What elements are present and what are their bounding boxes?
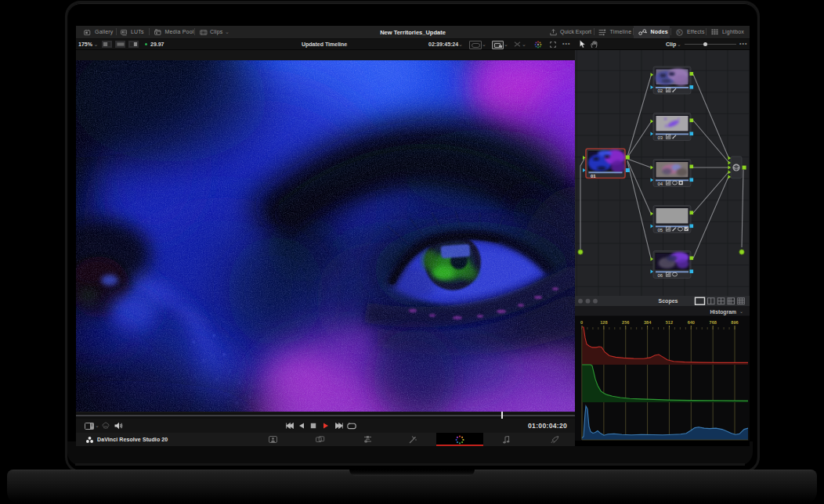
svg-text:02: 02	[658, 88, 663, 93]
svg-text:512: 512	[666, 320, 673, 325]
svg-text:256: 256	[622, 320, 629, 325]
svg-text:128: 128	[600, 320, 607, 325]
svg-text:05: 05	[658, 228, 663, 232]
svg-text:896: 896	[731, 320, 738, 325]
svg-text:01: 01	[591, 174, 596, 178]
svg-text:768: 768	[710, 320, 717, 325]
svg-text:04: 04	[658, 182, 663, 186]
svg-text:fx: fx	[678, 31, 681, 34]
svg-text:06: 06	[658, 273, 663, 278]
svg-text:640: 640	[688, 320, 695, 325]
svg-text:⌄: ⌄	[739, 309, 743, 314]
svg-text:03: 03	[658, 135, 663, 140]
svg-text:Scopes: Scopes	[659, 298, 678, 304]
svg-text:0: 0	[580, 320, 583, 325]
svg-text:Histogram: Histogram	[710, 309, 736, 315]
svg-text:384: 384	[644, 320, 652, 325]
